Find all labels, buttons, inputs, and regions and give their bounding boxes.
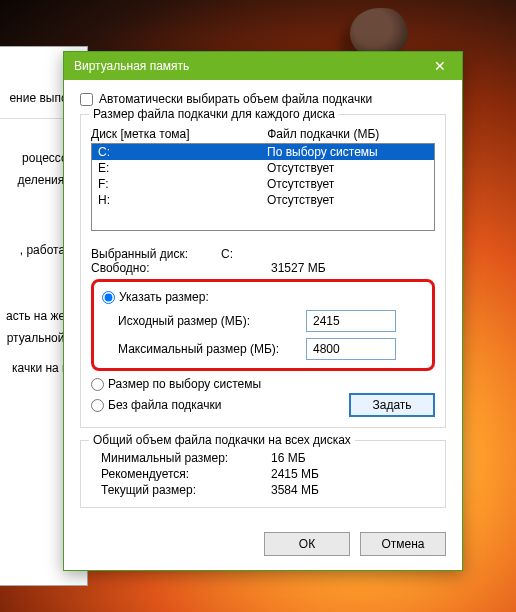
- drive-status: Отсутствует: [267, 193, 428, 207]
- max-size-label: Максимальный размер (МБ):: [118, 342, 298, 356]
- min-size-label: Минимальный размер:: [101, 451, 271, 465]
- titlebar[interactable]: Виртуальная память ✕: [64, 52, 462, 80]
- close-button[interactable]: ✕: [426, 52, 454, 80]
- col-pagefile-header: Файл подкачки (МБ): [267, 127, 435, 141]
- drive-list-header: Диск [метка тома] Файл подкачки (МБ): [91, 127, 435, 141]
- selected-drive-value: C:: [221, 247, 233, 261]
- radio-custom-size-row[interactable]: Указать размер:: [102, 290, 424, 304]
- current-size-label: Текущий размер:: [101, 483, 271, 497]
- initial-size-input[interactable]: [306, 310, 396, 332]
- min-size-value: 16 МБ: [271, 451, 306, 465]
- radio-custom-size[interactable]: [102, 291, 115, 304]
- per-drive-legend: Размер файла подкачки для каждого диска: [89, 107, 339, 121]
- drive-status: По выбору системы: [267, 145, 428, 159]
- summary-group: Общий объем файла подкачки на всех диска…: [80, 440, 446, 508]
- summary-legend: Общий объем файла подкачки на всех диска…: [89, 433, 355, 447]
- recommended-value: 2415 МБ: [271, 467, 319, 481]
- auto-manage-checkbox[interactable]: [80, 93, 93, 106]
- col-disk-header: Диск [метка тома]: [91, 127, 267, 141]
- drive-letter: F:: [98, 177, 267, 191]
- drive-row[interactable]: H:Отсутствует: [92, 192, 434, 208]
- recommended-label: Рекомендуется:: [101, 467, 271, 481]
- drive-letter: H:: [98, 193, 267, 207]
- radio-no-pagefile[interactable]: [91, 399, 104, 412]
- drive-row[interactable]: E:Отсутствует: [92, 160, 434, 176]
- custom-size-highlight: Указать размер: Исходный размер (МБ): Ма…: [91, 279, 435, 371]
- auto-manage-label: Автоматически выбирать объем файла подка…: [99, 92, 372, 106]
- dialog-title: Виртуальная память: [74, 59, 189, 73]
- drive-status: Отсутствует: [267, 177, 428, 191]
- drive-row[interactable]: F:Отсутствует: [92, 176, 434, 192]
- drive-letter: E:: [98, 161, 267, 175]
- ok-button[interactable]: ОК: [264, 532, 350, 556]
- drive-letter: C:: [98, 145, 267, 159]
- radio-no-pagefile-label: Без файла подкачки: [108, 398, 221, 412]
- drive-status: Отсутствует: [267, 161, 428, 175]
- free-space-label: Свободно:: [91, 261, 221, 275]
- radio-system-managed[interactable]: [91, 378, 104, 391]
- radio-custom-size-label: Указать размер:: [119, 290, 209, 304]
- radio-system-managed-label: Размер по выбору системы: [108, 377, 261, 391]
- auto-manage-checkbox-row[interactable]: Автоматически выбирать объем файла подка…: [80, 92, 446, 106]
- dialog-content: Автоматически выбирать объем файла подка…: [64, 80, 462, 522]
- drive-row[interactable]: C:По выбору системы: [92, 144, 434, 160]
- cancel-button[interactable]: Отмена: [360, 532, 446, 556]
- initial-size-label: Исходный размер (МБ):: [118, 314, 298, 328]
- radio-no-pagefile-row[interactable]: Без файла подкачки: [91, 398, 221, 412]
- max-size-input[interactable]: [306, 338, 396, 360]
- dialog-button-row: ОК Отмена: [64, 522, 462, 570]
- drive-list[interactable]: C:По выбору системыE:ОтсутствуетF:Отсутс…: [91, 143, 435, 231]
- current-size-value: 3584 МБ: [271, 483, 319, 497]
- set-button[interactable]: Задать: [349, 393, 435, 417]
- free-space-value: 31527 МБ: [271, 261, 326, 275]
- per-drive-group: Размер файла подкачки для каждого диска …: [80, 114, 446, 428]
- close-icon: ✕: [434, 58, 446, 74]
- selected-drive-label: Выбранный диск:: [91, 247, 221, 261]
- radio-system-managed-row[interactable]: Размер по выбору системы: [91, 377, 435, 391]
- virtual-memory-dialog: Виртуальная память ✕ Автоматически выбир…: [63, 51, 463, 571]
